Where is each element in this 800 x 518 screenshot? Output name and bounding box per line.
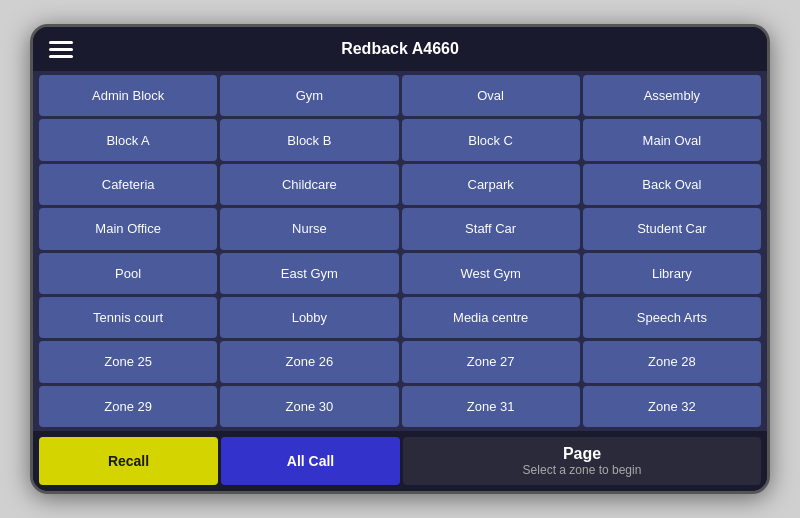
grid-row-6: Zone 25Zone 26Zone 27Zone 28 bbox=[39, 341, 761, 382]
zone-btn-lobby[interactable]: Lobby bbox=[220, 297, 398, 338]
zone-btn-zone-32[interactable]: Zone 32 bbox=[583, 386, 761, 427]
footer: Recall All Call Page Select a zone to be… bbox=[33, 431, 767, 491]
grid-row-0: Admin BlockGymOvalAssembly bbox=[39, 75, 761, 116]
grid-row-3: Main OfficeNurseStaff CarStudent Car bbox=[39, 208, 761, 249]
zone-btn-main-oval[interactable]: Main Oval bbox=[583, 119, 761, 160]
page-sublabel: Select a zone to begin bbox=[523, 463, 642, 477]
device-title: Redback A4660 bbox=[341, 40, 459, 58]
zone-btn-east-gym[interactable]: East Gym bbox=[220, 253, 398, 294]
zone-btn-speech-arts[interactable]: Speech Arts bbox=[583, 297, 761, 338]
grid-row-7: Zone 29Zone 30Zone 31Zone 32 bbox=[39, 386, 761, 427]
zone-btn-oval[interactable]: Oval bbox=[402, 75, 580, 116]
zone-btn-staff-car[interactable]: Staff Car bbox=[402, 208, 580, 249]
zone-btn-admin-block[interactable]: Admin Block bbox=[39, 75, 217, 116]
device-panel: Redback A4660 Admin BlockGymOvalAssembly… bbox=[30, 24, 770, 494]
zone-btn-zone-30[interactable]: Zone 30 bbox=[220, 386, 398, 427]
zone-btn-zone-26[interactable]: Zone 26 bbox=[220, 341, 398, 382]
zone-btn-gym[interactable]: Gym bbox=[220, 75, 398, 116]
zone-grid: Admin BlockGymOvalAssemblyBlock ABlock B… bbox=[33, 71, 767, 431]
zone-btn-block-a[interactable]: Block A bbox=[39, 119, 217, 160]
zone-btn-zone-27[interactable]: Zone 27 bbox=[402, 341, 580, 382]
zone-btn-block-b[interactable]: Block B bbox=[220, 119, 398, 160]
page-label: Page bbox=[563, 445, 601, 463]
zone-btn-zone-28[interactable]: Zone 28 bbox=[583, 341, 761, 382]
page-area: Page Select a zone to begin bbox=[403, 437, 761, 485]
zone-btn-student-car[interactable]: Student Car bbox=[583, 208, 761, 249]
recall-button[interactable]: Recall bbox=[39, 437, 218, 485]
zone-btn-media-centre[interactable]: Media centre bbox=[402, 297, 580, 338]
zone-btn-childcare[interactable]: Childcare bbox=[220, 164, 398, 205]
grid-row-2: CafeteriaChildcareCarparkBack Oval bbox=[39, 164, 761, 205]
grid-row-5: Tennis courtLobbyMedia centreSpeech Arts bbox=[39, 297, 761, 338]
zone-btn-zone-29[interactable]: Zone 29 bbox=[39, 386, 217, 427]
header: Redback A4660 bbox=[33, 27, 767, 71]
zone-btn-pool[interactable]: Pool bbox=[39, 253, 217, 294]
zone-btn-nurse[interactable]: Nurse bbox=[220, 208, 398, 249]
zone-btn-tennis-court[interactable]: Tennis court bbox=[39, 297, 217, 338]
zone-btn-west-gym[interactable]: West Gym bbox=[402, 253, 580, 294]
zone-btn-library[interactable]: Library bbox=[583, 253, 761, 294]
zone-btn-main-office[interactable]: Main Office bbox=[39, 208, 217, 249]
zone-btn-carpark[interactable]: Carpark bbox=[402, 164, 580, 205]
zone-btn-zone-31[interactable]: Zone 31 bbox=[402, 386, 580, 427]
grid-row-4: PoolEast GymWest GymLibrary bbox=[39, 253, 761, 294]
menu-icon[interactable] bbox=[49, 41, 73, 58]
allcall-button[interactable]: All Call bbox=[221, 437, 400, 485]
zone-btn-block-c[interactable]: Block C bbox=[402, 119, 580, 160]
zone-btn-back-oval[interactable]: Back Oval bbox=[583, 164, 761, 205]
zone-btn-zone-25[interactable]: Zone 25 bbox=[39, 341, 217, 382]
grid-row-1: Block ABlock BBlock CMain Oval bbox=[39, 119, 761, 160]
zone-btn-cafeteria[interactable]: Cafeteria bbox=[39, 164, 217, 205]
zone-btn-assembly[interactable]: Assembly bbox=[583, 75, 761, 116]
